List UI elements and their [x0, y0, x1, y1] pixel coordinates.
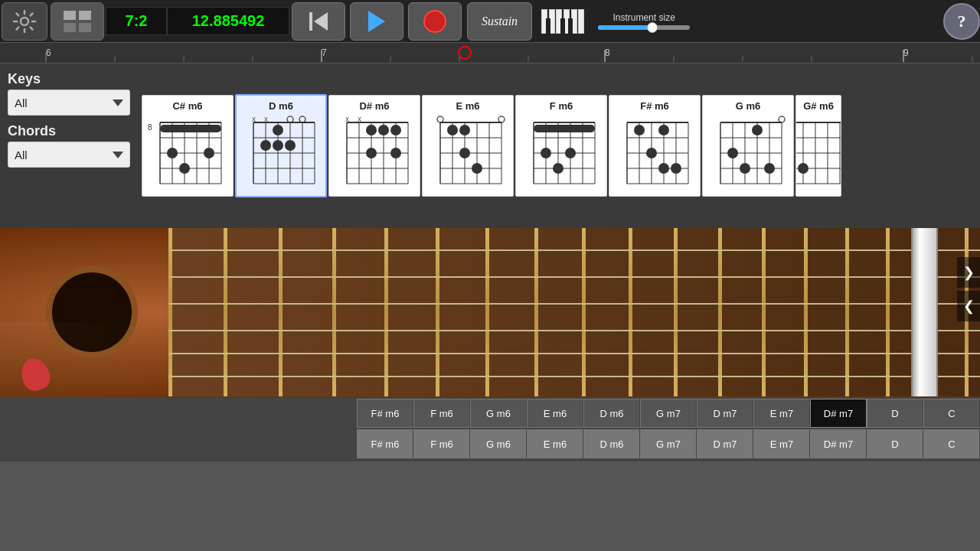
fret-line: [224, 228, 227, 396]
chord-diagram-dsm6: x x: [333, 115, 416, 191]
svg-point-51: [260, 140, 271, 151]
chord-pill[interactable]: G m7: [640, 429, 697, 458]
chord-pill[interactable]: F m6: [413, 429, 470, 458]
record-button[interactable]: [408, 2, 462, 41]
rewind-button[interactable]: [292, 2, 345, 41]
chord-pill[interactable]: D m7: [697, 399, 753, 428]
sheet-music: [0, 321, 168, 398]
svg-point-37: [287, 116, 293, 122]
piano-icon[interactable]: [541, 9, 584, 34]
string-6: [168, 376, 980, 377]
fret-line: [886, 228, 890, 396]
chord-card-dm6[interactable]: D m6 x x: [235, 94, 327, 197]
fret-line: [332, 228, 336, 396]
svg-point-38: [299, 116, 305, 122]
help-button[interactable]: ?: [943, 3, 980, 40]
fret-line: [718, 228, 722, 396]
fret-line: [534, 228, 538, 396]
fretboard: [168, 228, 980, 396]
chord-card-dsm6[interactable]: D# m6 x x: [328, 95, 420, 197]
keys-dropdown-value: All: [15, 96, 28, 109]
svg-point-71: [390, 148, 401, 158]
svg-point-133: [727, 148, 738, 158]
chord-pill[interactable]: D: [867, 399, 923, 428]
chord-pill[interactable]: E m6: [527, 399, 583, 428]
chord-pill[interactable]: D# m7: [810, 399, 867, 428]
fret-line: [845, 228, 849, 396]
string-4: [168, 330, 980, 331]
svg-point-52: [273, 140, 283, 151]
toolbar: 7:2 12.885492 Sustain Instrument size: [0, 0, 980, 42]
svg-point-53: [285, 140, 296, 151]
svg-rect-3: [64, 23, 76, 32]
svg-point-50: [273, 125, 283, 135]
chords-dropdown-value: All: [15, 148, 28, 161]
chord-pill[interactable]: F# m6: [357, 399, 413, 428]
chord-diagram-dm6: x x: [240, 115, 322, 191]
timeline: 6 7 8 9: [0, 42, 980, 64]
svg-point-69: [390, 125, 401, 135]
time-code-display: 12.885492: [167, 7, 289, 35]
capo: [911, 228, 938, 396]
play-button[interactable]: [350, 2, 403, 41]
chord-card-em6[interactable]: E m6: [422, 95, 514, 197]
chord-card-name: G m6: [736, 100, 761, 112]
chords-section: Chords All: [8, 123, 134, 168]
svg-point-148: [795, 148, 796, 158]
chord-pill[interactable]: D m7: [697, 429, 753, 458]
chord-card-name: D m6: [269, 100, 293, 112]
navigate-right-up[interactable]: ❯: [957, 257, 980, 288]
chord-pill[interactable]: D m6: [583, 429, 640, 458]
chord-area: Keys All Chords All C# m6 8: [0, 64, 980, 228]
svg-point-0: [21, 18, 28, 25]
chord-pill[interactable]: G m7: [640, 399, 697, 428]
chord-pill[interactable]: E m7: [753, 429, 810, 458]
svg-point-134: [740, 163, 750, 174]
settings-button[interactable]: [2, 2, 47, 41]
instrument-size-slider[interactable]: [598, 25, 690, 30]
chord-pill[interactable]: G m6: [470, 399, 527, 428]
chord-row-2: F# m6F m6G m6E m6D m6G m7D m7E m7D# m7DC: [0, 429, 980, 459]
chord-pill[interactable]: D# m7: [810, 429, 867, 458]
fret-line: [436, 228, 439, 396]
chord-card-name: F m6: [550, 100, 573, 112]
svg-point-101: [541, 148, 551, 158]
chord-card-gsm6[interactable]: G# m6 3: [795, 95, 841, 197]
chord-pill[interactable]: F m6: [413, 399, 470, 428]
chord-pill[interactable]: D m6: [583, 399, 640, 428]
chord-card-csm6[interactable]: C# m6 8: [142, 95, 234, 197]
chord-diagram-gsm6: 3: [795, 115, 841, 191]
chord-card-fsm6[interactable]: F# m6: [609, 95, 701, 197]
svg-point-115: [634, 125, 645, 135]
fret-line: [168, 228, 172, 396]
chord-pill[interactable]: D: [867, 429, 923, 458]
svg-point-102: [553, 163, 564, 174]
svg-rect-4: [79, 23, 91, 32]
svg-point-118: [658, 163, 669, 174]
chord-card-fm6[interactable]: F m6: [515, 95, 607, 197]
chord-card-name: D# m6: [359, 100, 389, 112]
chord-pill[interactable]: G m6: [470, 429, 527, 458]
time-signature-display: 7:2: [106, 7, 167, 35]
chord-pill[interactable]: C: [923, 429, 980, 458]
chords-dropdown[interactable]: All: [8, 142, 130, 168]
chord-pill[interactable]: E m6: [527, 429, 583, 458]
keys-dropdown[interactable]: All: [8, 90, 130, 116]
left-panel: Keys All Chords All: [0, 64, 142, 228]
chord-pill[interactable]: F# m6: [357, 429, 413, 458]
chord-diagram-fsm6: [613, 115, 696, 191]
chord-pill[interactable]: C: [923, 399, 980, 428]
svg-point-32: [167, 148, 178, 158]
chord-diagrams: C# m6 8: [142, 64, 980, 228]
navigate-right-down[interactable]: ❮: [957, 291, 980, 321]
chord-card-gm6[interactable]: G m6: [702, 95, 794, 197]
fret-line: [279, 228, 283, 396]
fret-line: [582, 228, 586, 396]
svg-point-67: [366, 125, 377, 135]
grid-button[interactable]: [51, 2, 104, 41]
timeline-ticks: [0, 42, 980, 64]
svg-point-72: [437, 116, 443, 122]
sustain-button[interactable]: Sustain: [467, 2, 532, 41]
chord-pill[interactable]: E m7: [753, 399, 810, 428]
chords-label: Chords: [8, 123, 134, 139]
